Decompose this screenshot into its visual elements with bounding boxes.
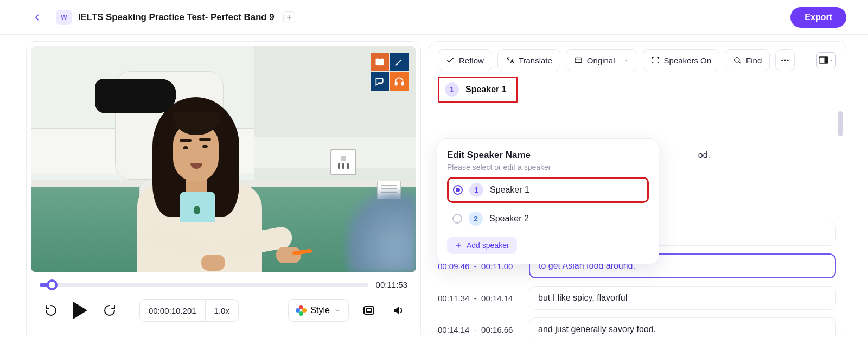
- clipped-text-fragment: od.: [698, 150, 710, 160]
- original-dropdown[interactable]: Original: [566, 49, 637, 71]
- book-icon: [371, 53, 389, 71]
- seek-track[interactable]: [40, 283, 368, 287]
- search-icon: [733, 56, 742, 65]
- app-header: W IELTS Speaking Practice Test- Perfect …: [0, 0, 868, 35]
- svg-rect-4: [364, 307, 374, 314]
- transcript-text[interactable]: but I like spicy, flavorful: [529, 286, 836, 310]
- fullscreen-icon: [362, 304, 375, 317]
- scan-icon: [651, 56, 660, 65]
- svg-point-10: [782, 60, 783, 61]
- duration-label: 00:11:53: [376, 280, 407, 289]
- add-speaker-label: Add speaker: [467, 241, 509, 250]
- more-button[interactable]: [775, 49, 795, 71]
- transcript-row[interactable]: 00:11.34 - 00:14.14 but I like spicy, fl…: [438, 286, 836, 310]
- add-speaker-button[interactable]: Add speaker: [447, 237, 517, 254]
- translate-label: Translate: [519, 56, 552, 65]
- chat-icon: [371, 72, 389, 91]
- speakers-toggle[interactable]: Speakers On: [643, 49, 720, 71]
- speaker-number-badge: 1: [445, 82, 459, 97]
- translate-icon: [506, 56, 514, 65]
- translate-button[interactable]: Translate: [497, 49, 560, 71]
- overlay-badges: [371, 53, 409, 91]
- caret-down-icon: [829, 58, 834, 62]
- caret-down-icon: [623, 57, 629, 63]
- timestamp: 00:14.14 - 00:16.66: [438, 325, 519, 334]
- style-icon: [296, 306, 306, 315]
- original-label: Original: [587, 56, 615, 65]
- scrollbar-thumb[interactable]: [838, 111, 843, 136]
- more-icon: [780, 55, 790, 65]
- video-panel: 00:11:53 00:00:10.201 1.0x Style: [26, 41, 421, 337]
- plus-icon: [286, 14, 292, 21]
- speaker-option-label: Speaker 2: [489, 214, 529, 224]
- plus-icon: [455, 241, 462, 249]
- popover-subtitle: Please select or edit a speaker: [447, 163, 649, 171]
- style-button[interactable]: Style: [288, 299, 349, 322]
- forward-icon: [103, 304, 116, 317]
- speakers-label: Speakers On: [664, 56, 712, 65]
- edit-speaker-popover: Edit Speaker Name Please select or edit …: [437, 138, 659, 264]
- speed-value[interactable]: 1.0x: [206, 306, 238, 315]
- export-button[interactable]: Export: [790, 7, 846, 28]
- svg-rect-5: [366, 309, 372, 312]
- svg-rect-2: [395, 82, 397, 85]
- play-button[interactable]: [73, 302, 87, 319]
- svg-line-9: [739, 62, 741, 63]
- svg-rect-3: [401, 82, 403, 85]
- document-icon: W: [56, 10, 72, 25]
- reflow-button[interactable]: Reflow: [438, 49, 492, 71]
- style-label: Style: [310, 306, 330, 315]
- speaker-number-badge: 1: [469, 183, 483, 197]
- transcript-row[interactable]: 00:14.14 - 00:16.66 and just generally s…: [438, 317, 836, 337]
- find-label: Find: [746, 56, 762, 65]
- headphones-icon: [390, 72, 409, 91]
- speaker-chip[interactable]: 1 Speaker 1: [438, 77, 518, 103]
- timestamp: 00:11.34 - 00:14.14: [438, 294, 519, 303]
- volume-button[interactable]: [389, 301, 407, 320]
- chevron-left-icon: [32, 12, 42, 22]
- find-button[interactable]: Find: [725, 49, 770, 71]
- layout-icon: [574, 56, 583, 65]
- pen-icon: [390, 53, 409, 71]
- radio-selected-icon: [453, 185, 463, 195]
- transcript-text[interactable]: and just generally savory food.: [529, 317, 836, 337]
- video-preview[interactable]: [31, 46, 416, 272]
- svg-point-8: [735, 58, 739, 62]
- timecode-value[interactable]: 00:00:10.201: [140, 306, 205, 315]
- back-button[interactable]: [30, 11, 43, 24]
- add-tab-button[interactable]: [283, 11, 295, 23]
- popover-title: Edit Speaker Name: [447, 150, 649, 161]
- forward-button[interactable]: [100, 301, 119, 320]
- reflow-label: Reflow: [459, 56, 484, 65]
- transcript-toolbar: Reflow Translate Original Speakers On Fi…: [438, 49, 836, 71]
- svg-rect-14: [825, 57, 828, 63]
- volume-icon: [392, 304, 405, 317]
- page-title: IELTS Speaking Practice Test- Perfect Ba…: [78, 12, 275, 23]
- timeline: 00:11:53: [31, 272, 416, 291]
- player-controls: 00:00:10.201 1.0x Style: [31, 291, 416, 322]
- seek-thumb[interactable]: [47, 279, 58, 290]
- rewind-icon: [44, 304, 58, 317]
- main-area: 00:11:53 00:00:10.201 1.0x Style Reflow: [0, 35, 868, 337]
- transcript-panel: Reflow Translate Original Speakers On Fi…: [429, 41, 846, 337]
- speaker-number-badge: 2: [469, 212, 483, 226]
- check-icon: [446, 56, 455, 65]
- rewind-button[interactable]: [42, 301, 60, 320]
- speaker-option-label: Speaker 1: [490, 185, 529, 195]
- timecode-box: 00:00:10.201 1.0x: [139, 299, 239, 322]
- radio-unselected-icon: [452, 214, 462, 224]
- fullscreen-button[interactable]: [360, 301, 378, 320]
- speaker-name: Speaker 1: [465, 85, 507, 94]
- svg-point-11: [784, 60, 786, 61]
- view-toggle[interactable]: [816, 52, 836, 68]
- speaker-option-2[interactable]: 2 Speaker 2: [447, 206, 649, 231]
- chevron-down-icon: [334, 307, 341, 314]
- speaker-option-1[interactable]: 1 Speaker 1: [447, 177, 649, 203]
- svg-point-12: [787, 60, 789, 61]
- panel-icon: [819, 56, 828, 64]
